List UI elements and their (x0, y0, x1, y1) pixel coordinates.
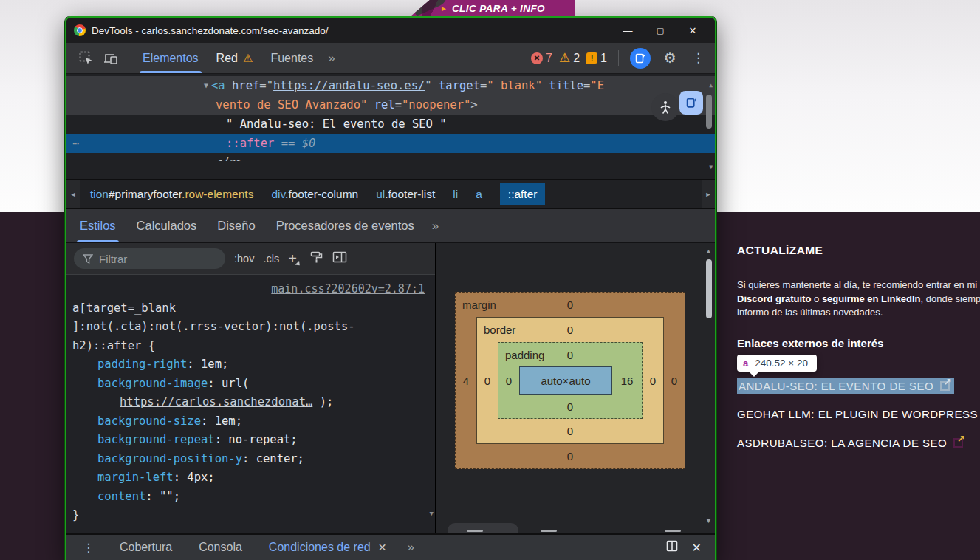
styles-body: :hov .cls + (66, 243, 715, 533)
dom-node-a-close[interactable]: </a> (66, 153, 715, 161)
inspect-element-icon[interactable] (74, 46, 99, 71)
new-style-rule-button[interactable]: + (288, 250, 301, 267)
scroll-up-arrow[interactable]: ▲ (705, 247, 712, 255)
close-button[interactable]: ✕ (676, 19, 709, 41)
scroll-down-arrow[interactable]: ▼ (430, 505, 434, 524)
css-property[interactable]: margin-left: 4px; (72, 468, 428, 488)
ai-assistant-button[interactable] (630, 48, 651, 69)
padding-left-value[interactable]: 0 (498, 366, 519, 395)
crumb-div[interactable]: div.footer-column (271, 188, 358, 201)
dom-node-a-open[interactable]: ▼<a href="https://andalu-seo.es/" target… (66, 76, 715, 95)
css-url-value[interactable]: https://carlos.sanchezdonat… ); (72, 393, 428, 412)
css-selector[interactable]: ]:not(.cta):not(.rrss-vector):not(.posts… (72, 318, 428, 337)
css-property[interactable]: content: ""; (72, 488, 428, 507)
accessibility-button[interactable] (651, 93, 679, 121)
content-box-size[interactable]: auto×auto (519, 366, 612, 395)
network-warning-icon: ⚠ (243, 52, 253, 65)
breadcrumb-prev-button[interactable]: ◄ (66, 180, 80, 208)
border-top-value[interactable]: 0 (567, 324, 573, 336)
css-property[interactable]: padding-right: 1em; (72, 355, 428, 375)
minimize-button[interactable]: — (611, 19, 644, 41)
margin-right-value[interactable]: 0 (664, 317, 685, 444)
promo-banner[interactable]: ► CLIC PARA + INFO (411, 0, 575, 16)
crumb-after-selected[interactable]: ::after (500, 183, 546, 205)
tab-elements[interactable]: Elementos (134, 43, 208, 73)
filter-pill[interactable] (74, 248, 225, 269)
link-andalu-seo[interactable]: ANDALU-SEO: EL EVENTO DE SEO (737, 378, 954, 394)
drawer-tab-console[interactable]: Consola (185, 541, 256, 554)
border-left-value[interactable]: 0 (477, 342, 498, 419)
link-asdrubalseo[interactable]: ASDRUBALSEO: LA AGENCIA DE SEO (737, 437, 963, 449)
external-link-icon (940, 381, 950, 391)
console-errors-badge[interactable]: ✕ 7 (531, 52, 552, 65)
scrollbar-thumb[interactable] (706, 95, 712, 129)
padding-top-value[interactable]: 0 (567, 349, 573, 361)
scroll-up-arrow[interactable]: ▲ (709, 76, 713, 95)
crumb-ul[interactable]: ul.footer-list (376, 188, 435, 201)
paint-roller-icon[interactable] (310, 250, 323, 267)
css-selector[interactable]: a[target=_blank (72, 299, 428, 318)
toggle-classes[interactable]: .cls (263, 253, 279, 264)
scroll-down-arrow[interactable]: ▼ (705, 517, 712, 525)
dom-text-node[interactable]: " Andalu-seo: El evento de SEO " (66, 115, 715, 134)
toggle-hover-state[interactable]: :hov (234, 253, 254, 264)
link-geohat-llm[interactable]: GEOHAT LLM: EL PLUGIN DE WORDPRESS (737, 408, 980, 420)
settings-gear-icon[interactable]: ⚙ (657, 46, 682, 71)
issues-badge[interactable]: ! 1 (586, 52, 607, 65)
css-property[interactable]: background-position-y: center; (72, 450, 428, 469)
scrollbar-thumb[interactable] (706, 259, 712, 318)
computed-sidebar-toggle-icon[interactable] (332, 251, 347, 266)
expand-arrow-icon[interactable]: ▼ (204, 76, 208, 95)
tab-computed[interactable]: Calculados (126, 209, 208, 242)
devtools-toolbar: Elementos Red ⚠ Fuentes » ✕ 7 ⚠ 2 ! 1 (66, 43, 715, 74)
tab-styles[interactable]: Estilos (69, 209, 126, 242)
breadcrumb-next-button[interactable]: ► (702, 180, 715, 208)
close-drawer-icon[interactable]: ✕ (692, 541, 702, 555)
border-right-value[interactable]: 0 (643, 342, 663, 419)
tab-network[interactable]: Red ⚠ (208, 43, 262, 73)
more-tabs-button[interactable]: » (322, 51, 340, 66)
devtools-menu-icon[interactable]: ⋮ (689, 50, 707, 66)
margin-top-value[interactable]: 0 (567, 298, 573, 311)
tab-sources[interactable]: Fuentes (261, 43, 322, 73)
drawer-menu-icon[interactable]: ⋮ (66, 541, 106, 555)
margin-left-value[interactable]: 4 (456, 317, 476, 444)
linkedin-link[interactable]: seguirme en LinkedIn (822, 293, 921, 304)
css-property[interactable]: background-size: 1em; (72, 412, 428, 431)
href-link[interactable]: https://andalu-seo.es/ (273, 79, 425, 92)
maximize-button[interactable]: ▢ (644, 19, 676, 41)
scroll-down-arrow[interactable]: ▼ (709, 158, 713, 177)
tooltip-dimensions: 240.52 × 20 (755, 358, 808, 369)
drawer-tab-network-conditions[interactable]: Condiciones de red ✕ (256, 541, 400, 554)
titlebar[interactable]: DevTools - carlos.sanchezdonate.com/seo-… (66, 18, 715, 43)
padding-right-value[interactable]: 16 (612, 366, 642, 395)
discord-link[interactable]: Discord gratuito (737, 293, 811, 304)
margin-bottom-value[interactable]: 0 (567, 450, 573, 462)
padding-bottom-value[interactable]: 0 (567, 400, 573, 413)
border-bottom-value[interactable]: 0 (567, 425, 573, 437)
close-tab-icon[interactable]: ✕ (378, 542, 387, 553)
drawer-tab-coverage[interactable]: Cobertura (106, 541, 185, 554)
drawer-split-panel-icon[interactable] (665, 540, 679, 555)
console-warnings-badge[interactable]: ⚠ 2 (559, 52, 580, 65)
css-selector[interactable]: h2)::after { (72, 337, 428, 356)
styles-filter-input[interactable] (99, 253, 202, 265)
crumb-section[interactable]: tion#primaryfooter.row-elements (90, 188, 253, 201)
dom-node-a-open-wrap[interactable]: vento de SEO Avanzado" rel="noopener"> (66, 95, 715, 115)
css-property[interactable]: background-image: url( (72, 375, 428, 394)
more-panels-button[interactable]: » (425, 219, 446, 233)
dom-node-after-selected[interactable]: ⋯::after == $0 (66, 134, 715, 153)
tab-event-listeners[interactable]: Procesadores de eventos (266, 209, 425, 242)
padding-box: padding0 0 auto×auto 16 0 (498, 342, 643, 419)
crumb-li[interactable]: li (453, 188, 458, 201)
drawer-more-tabs-button[interactable]: » (400, 540, 421, 555)
ai-chip-button[interactable] (679, 91, 703, 115)
tooltip-tag: a (743, 358, 748, 369)
css-property[interactable]: background-repeat: no-repeat; (72, 431, 428, 450)
tab-layout[interactable]: Diseño (207, 209, 265, 242)
stylesheet-source-link[interactable]: main.css?202602v=2.87:1 (72, 280, 428, 299)
crumb-a[interactable]: a (476, 188, 482, 201)
device-toolbar-icon[interactable] (99, 46, 124, 71)
sidebar-paragraph: Si quieres mantenerte al día, te recomie… (737, 279, 980, 320)
box-model-diagram[interactable]: margin0 4 border0 0 padding0 0 (455, 292, 685, 469)
